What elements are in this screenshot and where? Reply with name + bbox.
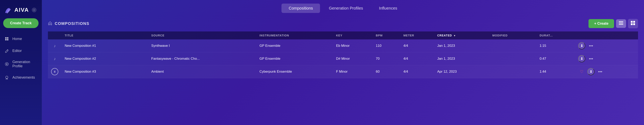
music-note-icon: ♪ <box>54 57 56 61</box>
grid-view-button[interactable] <box>628 19 638 28</box>
svg-rect-10 <box>631 21 632 23</box>
col-header-icon <box>48 31 62 39</box>
list-view-button[interactable] <box>616 19 626 28</box>
sidebar-editor-label: Editor <box>12 49 22 53</box>
sidebar-item-generation-profile[interactable]: Generation Profile <box>0 57 42 71</box>
row1-source: Synthwave I <box>148 39 256 52</box>
more-icon: ••• <box>589 44 593 48</box>
sidebar-achievements-label: Achievements <box>12 75 35 80</box>
sort-desc-icon: ▼ <box>454 34 456 37</box>
col-header-duration[interactable]: DURAT... <box>536 31 575 39</box>
sidebar-item-editor[interactable]: Editor <box>0 45 42 57</box>
pause-icon[interactable]: ⏸ <box>51 68 58 75</box>
create-track-button[interactable]: Create Track <box>3 18 38 28</box>
svg-rect-3 <box>7 39 8 40</box>
sidebar: AIVA ‹ Create Track Home <box>0 0 42 125</box>
row1-created: Jan 1, 2023 <box>434 39 489 52</box>
row3-source: Ambient <box>148 65 256 78</box>
col-header-actions <box>575 31 638 39</box>
col-header-key[interactable]: KEY <box>333 31 372 39</box>
row1-download-button[interactable]: ⬇ <box>578 42 585 49</box>
svg-point-5 <box>6 63 8 65</box>
sidebar-item-achievements[interactable]: Achievements <box>0 71 42 83</box>
row1-actions: ⬇ ••• <box>575 39 638 52</box>
svg-point-6 <box>6 76 8 78</box>
row3-heart-button[interactable]: ♡ <box>578 68 585 75</box>
row2-actions: ⬇ ••• <box>575 52 638 65</box>
tab-influences[interactable]: Influences <box>372 3 404 13</box>
collapse-icon: ‹ <box>34 8 34 11</box>
row1-action-icons: ⬇ ••• <box>578 42 635 49</box>
svg-rect-9 <box>619 24 623 25</box>
top-nav: Compositions Generation Profiles Influen… <box>42 0 644 16</box>
more-icon: ••• <box>598 69 602 74</box>
sidebar-header: AIVA ‹ <box>0 0 42 18</box>
table-row: ♪ New Composition #2 Fantasywave - Chrom… <box>48 52 638 65</box>
download-icon: ⬇ <box>580 44 583 48</box>
row2-source: Fantasywave - Chromatic Cho... <box>148 52 256 65</box>
row2-download-button[interactable]: ⬇ <box>578 55 585 62</box>
row3-icon-cell[interactable]: ⏸ <box>48 65 62 78</box>
col-header-modified[interactable]: MODIFIED <box>489 31 536 39</box>
row1-modified <box>489 39 536 52</box>
col-header-created[interactable]: CREATED ▼ <box>434 31 489 39</box>
row1-title: New Composition #1 <box>62 39 148 52</box>
music-note-icon: ♪ <box>54 44 56 48</box>
row3-bpm: 60 <box>373 65 400 78</box>
row2-more-button[interactable]: ••• <box>587 55 594 62</box>
row2-icon-cell[interactable]: ♪ <box>48 52 62 65</box>
svg-rect-1 <box>5 39 6 40</box>
table-header-row: TITLE SOURCE INSTRUMENTATION KEY BPM MET… <box>48 31 638 39</box>
svg-rect-2 <box>7 37 8 39</box>
achievements-icon <box>4 75 10 80</box>
col-header-instrumentation[interactable]: INSTRUMENTATION <box>256 31 333 39</box>
sidebar-generation-profile-label: Generation Profile <box>12 60 38 68</box>
row1-meter: 4/4 <box>400 39 434 52</box>
sidebar-item-home[interactable]: Home <box>0 33 42 45</box>
logo-text: AIVA <box>14 7 29 13</box>
sidebar-nav: Home Editor Generation Profile <box>0 33 42 83</box>
col-header-meter[interactable]: METER <box>400 31 434 39</box>
download-icon: ⬇ <box>580 57 583 61</box>
row2-instrumentation: GP Ensemble <box>256 52 333 65</box>
row3-action-icons: ♡ ⬇ ••• <box>578 68 635 75</box>
row3-duration: 1:44 <box>536 65 575 78</box>
home-icon <box>4 36 10 42</box>
col-header-title[interactable]: TITLE <box>62 31 148 39</box>
row2-action-icons: ⬇ ••• <box>578 55 635 62</box>
tab-generation-profiles[interactable]: Generation Profiles <box>322 3 370 13</box>
more-icon: ••• <box>589 57 593 61</box>
row3-title: New Composition #3 <box>62 65 148 78</box>
tab-compositions[interactable]: Compositions <box>282 3 320 13</box>
main-content: Compositions Generation Profiles Influen… <box>42 0 644 125</box>
row2-key: D# Minor <box>333 52 372 65</box>
row1-key: Eb Minor <box>333 39 372 52</box>
compositions-header: COMPOSITIONS + Create <box>48 16 638 31</box>
row3-download-button[interactable]: ⬇ <box>587 68 594 75</box>
compositions-area: COMPOSITIONS + Create <box>42 16 644 125</box>
heart-icon: ♡ <box>580 69 584 74</box>
row3-meter: 4/4 <box>400 65 434 78</box>
row3-more-button[interactable]: ••• <box>596 68 604 75</box>
row2-duration: 0:47 <box>536 52 575 65</box>
editor-icon <box>4 48 10 54</box>
compositions-title-row: COMPOSITIONS <box>48 21 90 26</box>
svg-rect-0 <box>5 37 6 39</box>
grid-view-icon <box>631 21 635 26</box>
download-icon: ⬇ <box>590 69 592 74</box>
create-composition-button[interactable]: + Create <box>588 19 614 28</box>
header-actions: + Create <box>588 19 638 28</box>
compositions-section-title: COMPOSITIONS <box>55 21 90 26</box>
sidebar-collapse-button[interactable]: ‹ <box>32 7 36 12</box>
compositions-home-icon <box>48 21 52 26</box>
aiva-logo-icon <box>4 5 12 14</box>
row3-key: F Minor <box>333 65 372 78</box>
row2-bpm: 70 <box>373 52 400 65</box>
row2-created: Jan 1, 2023 <box>434 52 489 65</box>
list-view-icon <box>619 21 623 26</box>
col-header-bpm[interactable]: BPM <box>373 31 400 39</box>
col-header-source[interactable]: SOURCE <box>148 31 256 39</box>
table-row: ⏸ New Composition #3 Ambient Cyberpunk E… <box>48 65 638 78</box>
row1-icon-cell[interactable]: ♪ <box>48 39 62 52</box>
row1-more-button[interactable]: ••• <box>587 42 594 49</box>
